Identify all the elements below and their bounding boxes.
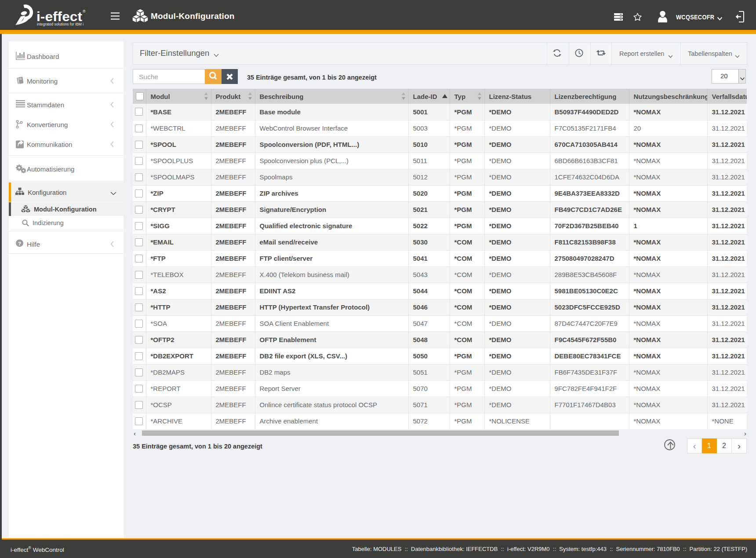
svg-text:?: ? [18, 241, 21, 246]
svg-text:®: ® [83, 9, 86, 14]
svg-text:integrated solutions for IBM i: integrated solutions for IBM i [37, 22, 84, 26]
